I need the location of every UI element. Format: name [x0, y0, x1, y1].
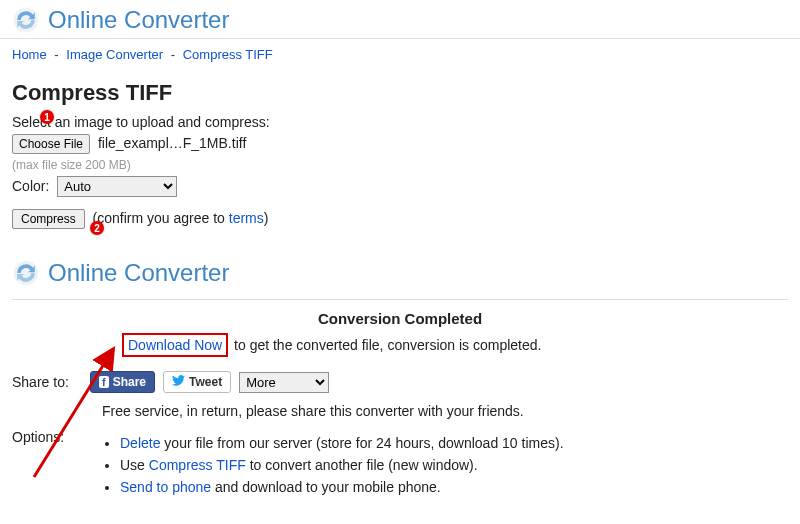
header: Online Converter — [0, 0, 800, 39]
step-badge-1: 1 — [40, 110, 54, 124]
facebook-share-label: Share — [113, 375, 146, 389]
selected-filename: file_exampl…F_1MB.tiff — [98, 135, 246, 151]
delete-link[interactable]: Delete — [120, 435, 160, 451]
breadcrumb: Home - Image Converter - Compress TIFF — [0, 39, 800, 66]
option-reuse: Use Compress TIFF to convert another fil… — [120, 457, 564, 473]
download-highlight-box: Download Now — [122, 333, 228, 357]
brand-title-2: Online Converter — [48, 259, 229, 287]
file-chooser-row: Choose File file_exampl…F_1MB.tiff — [12, 134, 788, 154]
max-file-note: (max file size 200 MB) — [12, 158, 788, 172]
page-title: Compress TIFF — [12, 80, 788, 106]
facebook-icon: f — [99, 376, 109, 388]
download-after-text: to get the converted file, conversion is… — [230, 337, 541, 353]
option-delete: Delete your file from our server (store … — [120, 435, 564, 451]
download-now-link[interactable]: Download Now — [128, 337, 222, 353]
breadcrumb-compress-tiff[interactable]: Compress TIFF — [183, 47, 273, 62]
share-more-select[interactable]: More — [239, 372, 329, 393]
color-select[interactable]: Auto — [57, 176, 177, 197]
confirm-pre: (confirm you agree to — [93, 210, 229, 226]
twitter-tweet-label: Tweet — [189, 375, 222, 389]
divider — [12, 299, 788, 300]
color-label: Color: — [12, 178, 49, 194]
color-row: Color: Auto — [12, 176, 788, 197]
breadcrumb-sep: - — [54, 47, 58, 62]
upload-prompt-row: 1 Select an image to upload and compress… — [12, 114, 788, 130]
conversion-completed-heading: Conversion Completed — [12, 310, 788, 327]
compress-tiff-link[interactable]: Compress TIFF — [149, 457, 246, 473]
breadcrumb-sep: - — [171, 47, 175, 62]
use-pre: Use — [120, 457, 149, 473]
send-rest: and download to your mobile phone. — [211, 479, 441, 495]
step-badge-2: 2 — [90, 221, 104, 235]
header-2: Online Converter — [0, 253, 800, 287]
breadcrumb-home[interactable]: Home — [12, 47, 47, 62]
choose-file-button[interactable]: Choose File — [12, 134, 90, 154]
upload-section: Compress TIFF 1 Select an image to uploa… — [0, 80, 800, 229]
facebook-share-button[interactable]: f Share — [90, 371, 155, 393]
refresh-logo-icon — [12, 259, 40, 287]
download-row: Download Now to get the converted file, … — [12, 333, 788, 357]
options-row: Options: Delete your file from our serve… — [12, 429, 788, 501]
refresh-logo-icon — [12, 6, 40, 34]
use-rest: to convert another file (new window). — [246, 457, 478, 473]
options-label: Options: — [12, 429, 82, 501]
result-section: Conversion Completed Download Now to get… — [0, 299, 800, 501]
confirm-post: ) — [264, 210, 269, 226]
brand-title: Online Converter — [48, 6, 229, 34]
share-label: Share to: — [12, 374, 82, 390]
share-row: Share to: f Share Tweet More — [12, 367, 788, 397]
compress-row: Compress 2 (confirm you agree to terms) — [12, 209, 788, 229]
twitter-icon — [172, 375, 185, 389]
twitter-tweet-button[interactable]: Tweet — [163, 371, 231, 393]
share-note: Free service, in return, please share th… — [12, 403, 788, 419]
options-list: Delete your file from our server (store … — [98, 429, 564, 501]
delete-rest: your file from our server (store for 24 … — [160, 435, 563, 451]
option-send-phone: Send to phone and download to your mobil… — [120, 479, 564, 495]
breadcrumb-image-converter[interactable]: Image Converter — [66, 47, 163, 62]
compress-button[interactable]: Compress — [12, 209, 85, 229]
terms-link[interactable]: terms — [229, 210, 264, 226]
send-to-phone-link[interactable]: Send to phone — [120, 479, 211, 495]
